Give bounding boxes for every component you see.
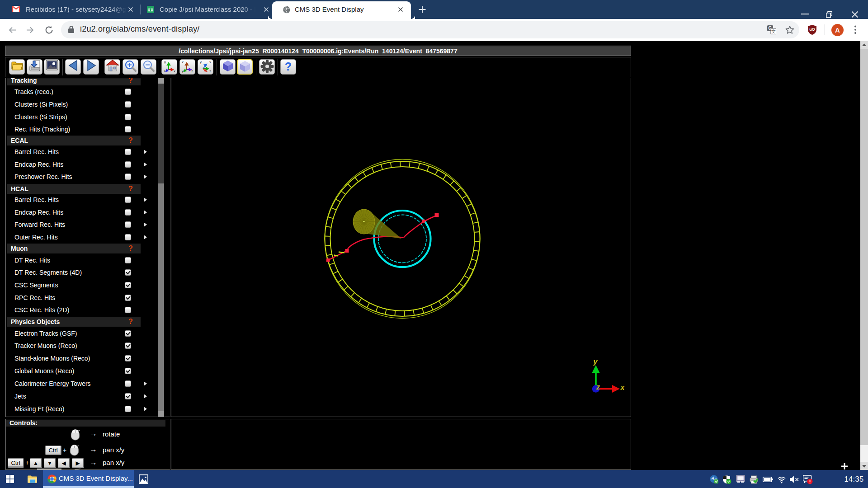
svg-text:文: 文	[771, 29, 776, 34]
svg-text:z: z	[209, 69, 211, 73]
svg-text:x: x	[209, 60, 211, 64]
svg-text:z: z	[596, 383, 600, 391]
svg-text:y: y	[200, 60, 202, 64]
svg-text:y: y	[593, 358, 598, 366]
svg-text:x: x	[620, 384, 625, 391]
svg-text:y: y	[164, 60, 166, 64]
svg-text:uO: uO	[809, 27, 815, 32]
svg-text:y: y	[182, 69, 184, 73]
svg-text:z: z	[164, 69, 165, 73]
svg-text:x: x	[182, 60, 184, 64]
